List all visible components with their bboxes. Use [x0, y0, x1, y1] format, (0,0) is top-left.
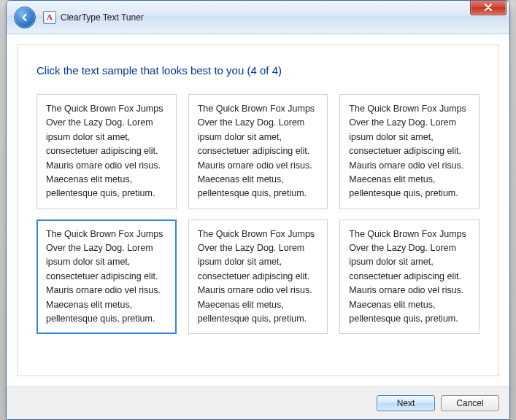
text-sample-4[interactable]: The Quick Brown Fox Jumps Over the Lazy … [36, 219, 177, 335]
text-sample-6[interactable]: The Quick Brown Fox Jumps Over the Lazy … [339, 219, 480, 335]
text-sample-1[interactable]: The Quick Brown Fox Jumps Over the Lazy … [36, 94, 177, 209]
titlebar: A ClearType Text Tuner [7, 1, 509, 34]
next-button[interactable]: Next [377, 395, 435, 411]
cancel-button[interactable]: Cancel [441, 395, 499, 411]
text-sample-5[interactable]: The Quick Brown Fox Jumps Over the Lazy … [188, 219, 328, 335]
page-heading: Click the text sample that looks best to… [36, 64, 480, 77]
content-panel: Click the text sample that looks best to… [17, 44, 499, 376]
app-icon-letter: A [47, 13, 53, 21]
close-icon [484, 4, 493, 11]
sample-grid: The Quick Brown Fox Jumps Over the Lazy … [36, 94, 480, 334]
footer: Next Cancel [7, 386, 509, 419]
cleartype-tuner-window: A ClearType Text Tuner Click the text sa… [6, 0, 510, 420]
app-icon: A [43, 11, 56, 24]
back-button[interactable] [14, 7, 36, 28]
text-sample-3[interactable]: The Quick Brown Fox Jumps Over the Lazy … [339, 94, 480, 209]
text-sample-2[interactable]: The Quick Brown Fox Jumps Over the Lazy … [188, 94, 328, 209]
window-title: ClearType Text Tuner [61, 12, 144, 23]
back-arrow-icon [20, 12, 30, 23]
close-button[interactable] [470, 0, 507, 15]
content-wrap: Click the text sample that looks best to… [7, 34, 509, 386]
